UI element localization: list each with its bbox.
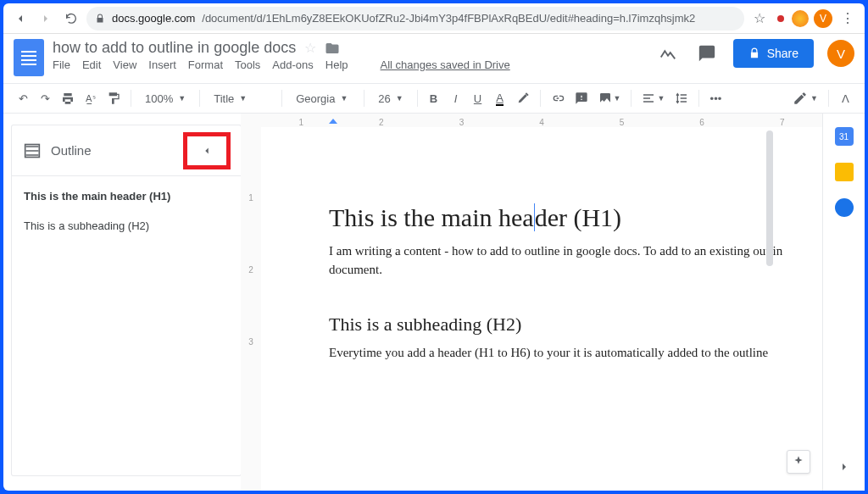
h1-text-after: der (H1) — [535, 203, 621, 231]
indent-marker-icon[interactable] — [329, 119, 337, 124]
doc-heading-2[interactable]: This is a subheading (H2) — [329, 314, 822, 336]
activity-icon[interactable] — [655, 42, 681, 64]
lock-icon — [95, 14, 105, 24]
doc-title[interactable]: how to add to outline in google docs — [53, 39, 296, 57]
browser-address-bar: docs.google.com/document/d/1EhLm6yZ8EEkO… — [3, 3, 865, 34]
google-docs-app: how to add to outline in google docs ☆ F… — [3, 34, 865, 491]
spellcheck-button[interactable]: A̲ˢ — [81, 87, 100, 109]
font-value: Georgia — [296, 92, 335, 105]
menu-view[interactable]: View — [113, 58, 136, 71]
editing-mode-button[interactable]: ▼ — [789, 87, 821, 109]
menu-format[interactable]: Format — [188, 58, 223, 71]
menu-tools[interactable]: Tools — [235, 58, 260, 71]
document-page[interactable]: This is the main header (H1) I am writin… — [261, 127, 822, 491]
menu-edit[interactable]: Edit — [82, 58, 101, 71]
move-folder-icon[interactable] — [325, 41, 340, 56]
insert-link-button[interactable] — [548, 87, 568, 109]
menu-insert[interactable]: Insert — [148, 58, 176, 71]
doc-meta: how to add to outline in google docs ☆ F… — [53, 39, 510, 71]
hide-menus-button[interactable]: ᐱ — [836, 87, 854, 109]
v-tick: 1 — [241, 193, 261, 203]
back-button[interactable] — [10, 8, 31, 29]
align-button[interactable]: ▼ — [638, 87, 668, 109]
vertical-ruler[interactable]: 1 2 3 — [241, 114, 261, 491]
doc-paragraph-1[interactable]: I am writing a content - how to add to o… — [329, 242, 822, 280]
extension-icon-2[interactable] — [792, 10, 809, 27]
insert-image-button[interactable]: ▼ — [595, 87, 625, 109]
insert-comment-button[interactable] — [571, 87, 592, 109]
menu-help[interactable]: Help — [326, 58, 348, 71]
italic-button[interactable]: I — [447, 87, 465, 109]
omnibox[interactable]: docs.google.com/document/d/1EhLm6yZ8EEkO… — [86, 7, 744, 31]
explore-button[interactable] — [787, 450, 810, 474]
horizontal-ruler[interactable]: 1 2 3 4 5 6 7 — [261, 114, 822, 127]
outline-panel: Outline This is the main header (H1) Thi… — [12, 125, 241, 475]
star-icon[interactable]: ☆ — [304, 40, 316, 56]
side-panel: 31 — [822, 114, 865, 491]
doc-paragraph-2[interactable]: Everytime you add a header (H1 to H6) to… — [329, 344, 822, 363]
h-tick: 5 — [620, 118, 625, 127]
bold-button[interactable]: B — [425, 87, 443, 109]
chevron-left-icon — [201, 145, 213, 157]
share-label: Share — [767, 47, 798, 60]
undo-button[interactable]: ↶ — [14, 87, 32, 109]
highlight-button[interactable] — [513, 87, 533, 109]
reload-button[interactable] — [61, 8, 81, 29]
docs-logo-icon[interactable] — [14, 39, 44, 76]
collapse-outline-button[interactable] — [183, 132, 231, 169]
forward-button[interactable] — [36, 8, 56, 29]
h-tick: 2 — [379, 118, 384, 127]
side-panel-toggle[interactable] — [837, 460, 851, 474]
print-button[interactable] — [58, 87, 78, 109]
v-tick: 3 — [241, 337, 261, 347]
h-tick: 1 — [299, 118, 304, 127]
lock-icon — [748, 47, 760, 59]
keep-icon[interactable] — [835, 163, 854, 181]
save-status[interactable]: All changes saved in Drive — [381, 58, 510, 71]
workspace: Outline This is the main header (H1) Thi… — [3, 114, 865, 491]
h-tick: 4 — [539, 118, 544, 127]
url-host: docs.google.com — [112, 12, 195, 25]
paint-format-button[interactable] — [103, 87, 124, 109]
zoom-select[interactable]: 100%▼ — [138, 87, 192, 109]
redo-button[interactable]: ↷ — [36, 87, 54, 109]
menu-bar: File Edit View Insert Format Tools Add-o… — [53, 58, 510, 71]
chevron-right-icon — [837, 460, 851, 474]
font-select[interactable]: Georgia▼ — [289, 87, 357, 109]
text-color-button[interactable]: A — [491, 87, 509, 109]
font-size-select[interactable]: 26▼ — [371, 87, 409, 109]
browser-menu-icon[interactable]: ⋮ — [837, 8, 858, 29]
docs-header: how to add to outline in google docs ☆ F… — [3, 34, 865, 83]
h-tick: 6 — [699, 118, 704, 127]
outline-title: Outline — [51, 143, 92, 158]
zoom-value: 100% — [145, 92, 173, 105]
more-toolbar-button[interactable]: ••• — [706, 87, 725, 109]
line-spacing-button[interactable] — [671, 87, 692, 109]
tasks-icon[interactable] — [835, 198, 854, 217]
menu-file[interactable]: File — [53, 58, 70, 71]
style-value: Title — [214, 92, 234, 105]
h-tick: 7 — [780, 118, 785, 127]
share-button[interactable]: Share — [733, 39, 814, 68]
explore-icon — [792, 455, 805, 469]
style-select[interactable]: Title▼ — [207, 87, 275, 109]
url-path: /document/d/1EhLm6yZ8EEkOKUofZRu2-Jbi4mY… — [202, 12, 695, 25]
extension-icon-1[interactable] — [777, 15, 784, 22]
vertical-scrollbar[interactable] — [766, 130, 773, 266]
browser-profile-avatar[interactable]: V — [814, 9, 832, 28]
h1-text-before: This is the main hea — [329, 203, 534, 231]
comments-icon[interactable] — [694, 42, 720, 64]
outline-header: Outline — [12, 125, 241, 176]
v-tick: 2 — [241, 265, 261, 275]
account-avatar[interactable]: V — [827, 40, 854, 67]
outline-item-h2[interactable]: This is a subheading (H2) — [24, 219, 229, 232]
outline-icon — [24, 142, 41, 159]
doc-heading-1[interactable]: This is the main header (H1) — [329, 203, 822, 232]
underline-button[interactable]: U — [469, 87, 487, 109]
h-tick: 3 — [459, 118, 465, 127]
bookmark-star-icon[interactable]: ☆ — [749, 8, 770, 29]
browser-window: docs.google.com/document/d/1EhLm6yZ8EEkO… — [3, 3, 865, 491]
calendar-icon[interactable]: 31 — [835, 127, 854, 146]
outline-item-h1[interactable]: This is the main header (H1) — [24, 190, 229, 203]
menu-addons[interactable]: Add-ons — [272, 58, 313, 71]
